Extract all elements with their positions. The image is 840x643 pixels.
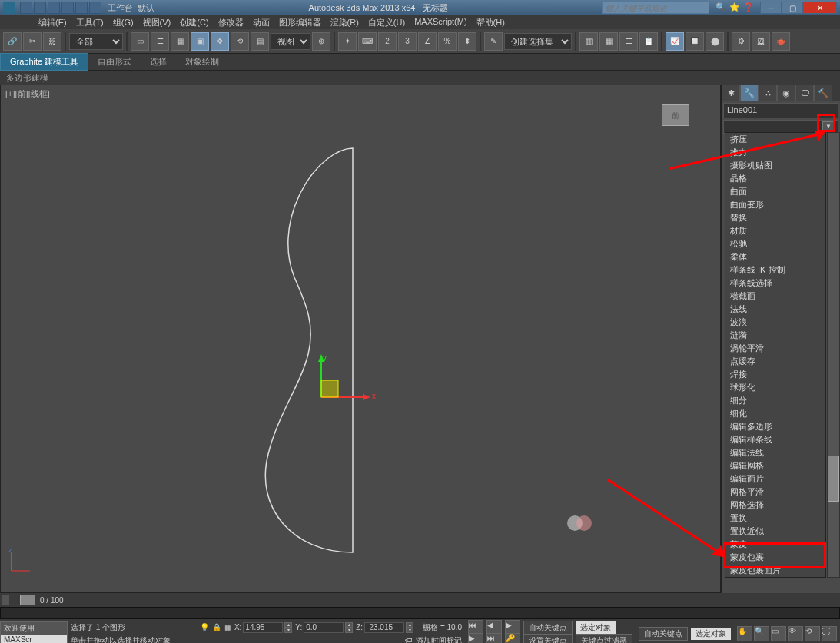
lock-icon[interactable]: 🔒 [212,623,221,631]
modifier-item[interactable]: 样条线选择 [725,277,825,290]
unlink-button[interactable]: ✂ [23,32,42,51]
star-icon[interactable]: ⭐ [729,2,740,13]
modifier-item[interactable]: 细分 [725,394,825,407]
sel-obj2-dropdown[interactable]: 选定对象 [691,628,731,640]
modifier-item[interactable]: 编辑法线 [725,446,825,459]
x-up[interactable]: ▴ [284,622,292,628]
qat-new[interactable] [20,2,32,14]
snap3d-button[interactable]: 3 [398,32,417,51]
selection-filter[interactable]: 全部 [69,33,123,50]
modifier-item[interactable]: 编辑面片 [725,472,825,486]
render-frame-button[interactable]: 🖼 [752,32,770,51]
qat-save[interactable] [48,2,60,14]
named-sel-set[interactable]: 创建选择集 [504,33,572,50]
minimize-button[interactable]: ─ [760,2,782,14]
modifier-item[interactable]: 样条线 IK 控制 [725,263,825,277]
angle-snap-button[interactable]: ∠ [418,32,437,51]
modifier-item[interactable]: 编辑网格 [725,459,825,472]
auto-key-button[interactable]: 自动关键点 [523,621,573,635]
key-filter-button[interactable]: 关键点过滤器 [576,634,632,644]
modifier-item[interactable]: 摄影机贴图 [725,159,825,172]
modifier-item[interactable]: 细化 [725,407,825,420]
viewport-label[interactable]: [+][前][线框] [5,88,50,100]
menu-MAXScript(M)[interactable]: MAXScript(M) [410,15,471,29]
bind-button[interactable]: ⛓ [43,32,61,51]
curve-editor-button[interactable]: 📈 [666,32,684,51]
move-gizmo[interactable]: y x [304,353,397,445]
modifier-item[interactable]: 网格平滑 [725,486,825,499]
window-cross-button[interactable]: ▣ [191,32,209,51]
select-button[interactable]: ▭ [131,32,149,51]
menu-组(G)[interactable]: 组(G) [108,15,138,29]
modifier-item[interactable]: 替换 [725,211,825,224]
motion-tab[interactable]: ◉ [777,85,795,101]
modify-tab[interactable]: 🔧 [740,85,759,101]
menu-自定义(U)[interactable]: 自定义(U) [364,15,410,29]
center-button[interactable]: ⊕ [312,32,330,51]
select-scale-button[interactable]: ▤ [251,32,269,51]
help-icon[interactable]: ❓ [743,2,754,13]
y-up[interactable]: ▴ [345,622,353,628]
x-down[interactable]: ▾ [284,628,292,633]
modifier-item[interactable]: 编辑样条线 [725,433,825,446]
time-tag-icon[interactable]: 🏷 [405,636,413,643]
percent-snap-button[interactable]: % [438,32,457,51]
workspace-label[interactable]: 工作台: 默认 [108,2,154,14]
modifier-item[interactable]: 涟漪 [725,329,825,342]
layer-manager-button[interactable]: 📋 [639,32,658,51]
menu-编辑(E)[interactable]: 编辑(E) [34,15,71,29]
modifier-item[interactable]: 材质 [725,224,825,237]
search-input[interactable] [602,2,709,14]
modifier-item[interactable]: 蒙皮包裹面片 [725,564,825,577]
qat-undo[interactable] [61,2,74,14]
maximize-button[interactable]: ▢ [782,2,803,14]
ribbon-tab-3[interactable]: 对象绘制 [176,54,228,70]
select-rotate-button[interactable]: ⟲ [231,32,249,51]
binoculars-icon[interactable]: 🔍 [715,2,726,13]
modifier-item[interactable]: 晶格 [725,172,825,185]
link-button[interactable]: 🔗 [3,32,22,51]
modifier-item[interactable]: 置换 [725,512,825,525]
zoom-button[interactable]: 🔍 [754,626,769,641]
pan-button[interactable]: ✋ [737,626,752,641]
modifier-item[interactable]: 曲面 [725,185,825,198]
object-name-field[interactable]: Line001 [723,103,838,118]
modifier-item[interactable]: 推力 [725,146,825,159]
next-frame-button[interactable]: ▶ [468,633,483,644]
modifier-item[interactable]: 曲面变形 [725,198,825,211]
menu-动画[interactable]: 动画 [248,15,274,29]
modifier-item[interactable]: 波浪 [725,316,825,329]
layers-button[interactable]: ☰ [619,32,638,51]
select-name-button[interactable]: ☰ [151,32,169,51]
spinner-snap-button[interactable]: ⬍ [458,32,476,51]
iso-icon[interactable]: ▦ [224,623,231,631]
select-move-button[interactable]: ✥ [211,32,229,51]
scrollbar-thumb[interactable] [828,456,839,502]
modifier-item[interactable]: 编辑多边形 [725,420,825,433]
render-setup-button[interactable]: ⚙ [732,32,750,51]
add-time-tag[interactable]: 添加时间标记 [416,635,462,644]
maxscript-button[interactable]: MAXScr [1,635,67,643]
create-tab[interactable]: ✱ [722,85,740,101]
edit-named-button[interactable]: ✎ [484,32,503,51]
display-tab[interactable]: 🖵 [795,85,814,101]
modifier-dropdown-list[interactable]: 挤压推力摄影机贴图晶格曲面曲面变形替换材质松驰柔体样条线 IK 控制样条线选择横… [725,132,826,578]
key-mode-button[interactable]: 🔑 [505,633,520,644]
mirror-button[interactable]: ▥ [579,32,598,51]
modifier-item[interactable]: 涡轮平滑 [725,342,825,355]
coord-z-input[interactable] [364,622,404,633]
menu-工具(T)[interactable]: 工具(T) [71,15,108,29]
modifier-item[interactable]: 球形化 [725,381,825,394]
modifier-item[interactable]: 柔体 [725,250,825,263]
coord-x-input[interactable] [243,622,283,633]
keyboard-button[interactable]: ⌨ [358,32,377,51]
set-key-button[interactable]: 设置关键点 [523,634,573,644]
ribbon-tab-2[interactable]: 选择 [141,54,176,70]
modifier-item[interactable]: 网格选择 [725,499,825,512]
rect-select-button[interactable]: ▦ [171,32,189,51]
modifier-item[interactable]: 焊接 [725,368,825,381]
snap2d-button[interactable]: 2 [378,32,397,51]
utilities-tab[interactable]: 🔨 [814,85,832,101]
menu-图形编辑器[interactable]: 图形编辑器 [274,15,326,29]
modifier-item[interactable]: 置换近似 [725,525,825,538]
